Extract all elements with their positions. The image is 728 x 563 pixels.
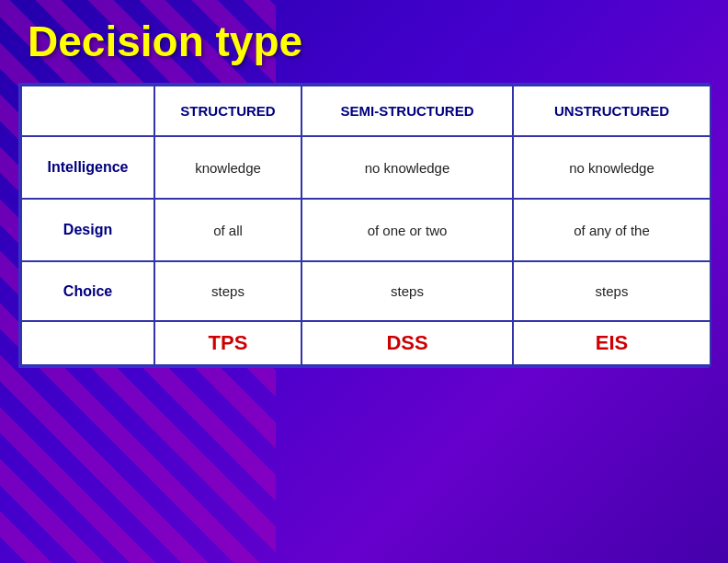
decision-table: STRUCTURED SEMI-STRUCTURED UNSTRUCTURED … <box>20 85 711 366</box>
table-header-row: STRUCTURED SEMI-STRUCTURED UNSTRUCTURED <box>21 86 711 136</box>
page-title: Decision type <box>28 17 710 66</box>
table-row: Choice steps steps steps <box>21 261 711 321</box>
footer-tps: TPS <box>154 321 301 365</box>
row-label-intelligence: Intelligence <box>21 136 154 199</box>
main-content: Decision type STRUCTURED SEMI-STRUCTURED… <box>0 0 728 377</box>
intelligence-semi: no knowledge <box>301 136 513 199</box>
header-col3: UNSTRUCTURED <box>513 86 711 136</box>
choice-unstructured: steps <box>513 261 711 321</box>
choice-structured: steps <box>154 261 301 321</box>
table-row: Design of all of one or two of any of th… <box>21 199 711 261</box>
design-structured: of all <box>154 199 301 261</box>
header-col2: SEMI-STRUCTURED <box>301 86 513 136</box>
row-label-choice: Choice <box>21 261 154 321</box>
header-col0 <box>21 86 154 136</box>
intelligence-structured: knowledge <box>154 136 301 199</box>
header-col1: STRUCTURED <box>154 86 301 136</box>
row-label-design: Design <box>21 199 154 261</box>
design-unstructured: of any of the <box>513 199 711 261</box>
intelligence-unstructured: no knowledge <box>513 136 711 199</box>
table-footer-row: TPS DSS EIS <box>21 321 711 365</box>
footer-col0 <box>21 321 154 365</box>
choice-semi: steps <box>301 261 513 321</box>
background: Decision type STRUCTURED SEMI-STRUCTURED… <box>0 0 728 563</box>
decision-table-wrapper: STRUCTURED SEMI-STRUCTURED UNSTRUCTURED … <box>18 83 710 368</box>
design-semi: of one or two <box>301 199 513 261</box>
footer-dss: DSS <box>301 321 513 365</box>
table-row: Intelligence knowledge no knowledge no k… <box>21 136 711 199</box>
footer-eis: EIS <box>513 321 711 365</box>
